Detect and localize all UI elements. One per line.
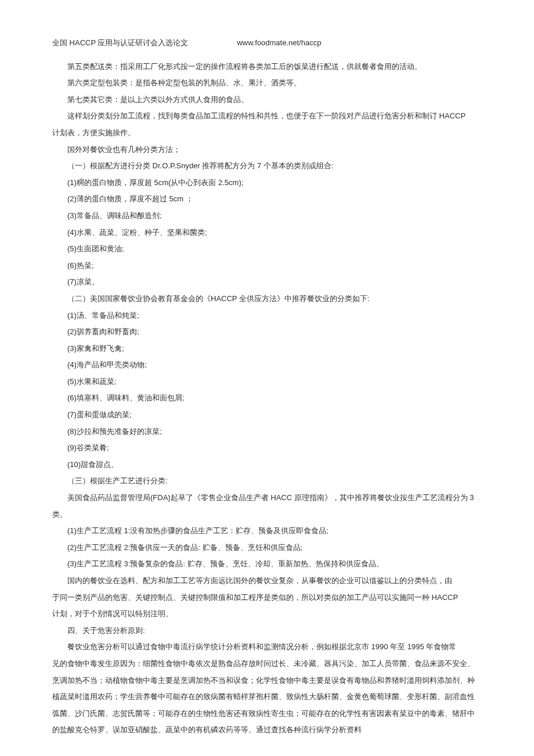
list-item: (2)薄的蛋白物质，厚度不超过 5cm ； bbox=[52, 191, 482, 208]
list-item: (6)填塞料、调味料、黄油和面包屑; bbox=[52, 390, 482, 407]
paragraph: 第六类定型包装类：是指各种定型包装的乳制品、水、果汁、酒类等。 bbox=[52, 75, 482, 92]
list-item: (3)生产工艺流程 3:预备复杂的食品: 贮存、预备、烹饪、冷却、重新加热、热保… bbox=[52, 556, 482, 573]
header-title: 全国 HACCP 应用与认证研讨会入选论文 bbox=[52, 35, 189, 52]
list-item: (3)家禽和野飞禽; bbox=[52, 341, 482, 357]
list-item: (2)驯养畜肉和野畜肉; bbox=[52, 324, 482, 341]
paragraph: 餐饮业危害分析可以通过食物中毒流行病学统计分析资料和监测情况分析，例如根据北京市… bbox=[52, 639, 482, 656]
list-item: (5)生面团和黄油; bbox=[52, 241, 482, 258]
page-header: 全国 HACCP 应用与认证研讨会入选论文 www.foodmate.net/h… bbox=[52, 35, 482, 52]
list-item: (5)水果和蔬菜; bbox=[52, 374, 482, 390]
paragraph: （三）根据生产工艺进行分类: bbox=[52, 473, 482, 490]
paragraph: 第五类配送类：指采用工厂化形式按一定的操作流程将各类加工后的饭菜进行配送，供就餐… bbox=[52, 59, 482, 75]
paragraph: 计划表，方便实施操作。 bbox=[52, 125, 482, 142]
list-item: (4)水果、蔬菜、淀粉、种子、坚果和菌类; bbox=[52, 225, 482, 241]
paragraph: 国内的餐饮业在选料、配方和加工工艺等方面远比国外的餐饮业复杂，从事餐饮的企业可以… bbox=[52, 573, 482, 589]
list-item: (3)常备品、调味品和酿造剂; bbox=[52, 208, 482, 225]
paragraph: 这样划分类划分加工流程，找到每类食品加工流程的特性和共性，也便于在下一阶段对产品… bbox=[52, 108, 482, 125]
paragraph: （一）根据配方进行分类 Dr.O.P.Snyder 推荐将配方分为 7 个基本的… bbox=[52, 158, 482, 175]
list-item: (10)甜食甜点。 bbox=[52, 457, 482, 473]
header-url: www.foodmate.net/haccp bbox=[237, 35, 321, 52]
list-item: (7)凉菜。 bbox=[52, 274, 482, 291]
paragraph: （二）美国国家餐饮业协会教育基金会的《HACCP 全供应方法》中推荐餐饮业的分类… bbox=[52, 291, 482, 308]
paragraph: 美国食品药品监督管理局(FDA)起草了《零售企业食品生产者 HACC 原理指南》… bbox=[52, 490, 482, 523]
paragraph: 见的食物中毒发生原因为：细菌性食物中毒依次是熟食品存放时间过长、未冷藏、器具污染… bbox=[52, 656, 482, 739]
paragraph: 于同一类别产品的危害、关键控制点、关键控制限值和加工程序是类似的，所以对类似的加… bbox=[52, 589, 482, 606]
paragraph: 计划，对于个别情况可以特别注明。 bbox=[52, 606, 482, 623]
section-heading: 四、关于危害分析原则: bbox=[52, 623, 482, 639]
list-item: (8)沙拉和预先准备好的凉菜; bbox=[52, 424, 482, 440]
paragraph: 国外对餐饮业也有几种分类方法； bbox=[52, 142, 482, 158]
list-item: (4)海产品和甲壳类动物; bbox=[52, 357, 482, 374]
list-item: (1)生产工艺流程 1:没有加热步骤的食品生产工艺：贮存、预备及供应即食食品; bbox=[52, 523, 482, 540]
document-body: 第五类配送类：指采用工厂化形式按一定的操作流程将各类加工后的饭菜进行配送，供就餐… bbox=[52, 59, 482, 739]
list-item: (2)生产工艺流程 2:预备供应一天的食品: 贮备、预备、烹饪和供应食品; bbox=[52, 540, 482, 556]
list-item: (1)稠的蛋白物质，厚度超 5cm(从中心到表面 2.5cm); bbox=[52, 175, 482, 191]
list-item: (7)蛋和蛋做成的菜; bbox=[52, 407, 482, 424]
list-item: (9)谷类菜肴; bbox=[52, 440, 482, 457]
list-item: (6)热菜; bbox=[52, 258, 482, 274]
paragraph: 第七类其它类：是以上六类以外方式供人食用的食品。 bbox=[52, 92, 482, 108]
list-item: (1)汤、常备品和炖菜; bbox=[52, 308, 482, 324]
document-page: 全国 HACCP 应用与认证研讨会入选论文 www.foodmate.net/h… bbox=[0, 0, 534, 756]
